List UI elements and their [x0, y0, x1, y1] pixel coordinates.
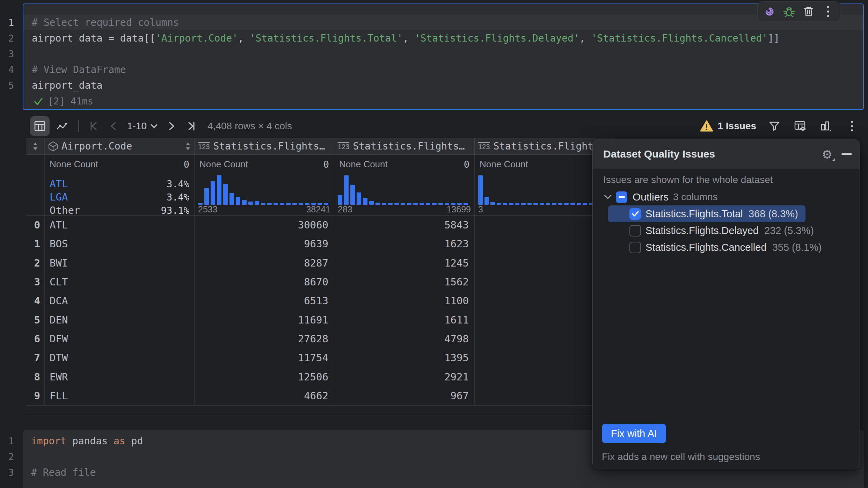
- cell-flights-delayed[interactable]: 4798: [334, 329, 475, 348]
- histogram-bar: [211, 181, 215, 205]
- ai-assistant-icon[interactable]: [762, 4, 777, 19]
- column-header-airport-code[interactable]: Airport.Code: [45, 138, 195, 154]
- cell-flights-total[interactable]: 30060: [195, 216, 334, 234]
- cell-flights-total[interactable]: 11754: [195, 348, 334, 367]
- unchecked-checkbox[interactable]: [629, 242, 641, 253]
- histogram-bar: [223, 184, 228, 205]
- table-view-icon[interactable]: [30, 116, 50, 136]
- table-body: 0ATL3006058431BOS963916232BWI828712453CL…: [26, 216, 614, 405]
- index-column-header[interactable]: [26, 138, 45, 154]
- debug-bug-icon[interactable]: [781, 4, 797, 19]
- histogram-max-label: 13699: [446, 204, 471, 214]
- column-header-flights-delayed[interactable]: 123 Statistics.Flights…: [334, 138, 475, 154]
- row-index[interactable]: 8: [26, 367, 45, 386]
- more-kebab-icon[interactable]: [820, 4, 836, 19]
- next-page-icon[interactable]: [163, 116, 180, 136]
- code-token: # Read file: [31, 467, 96, 478]
- value-link[interactable]: LGA: [50, 191, 68, 203]
- cell-flights-delayed[interactable]: 1245: [334, 254, 475, 272]
- cell-flights-total[interactable]: 8287: [195, 254, 334, 272]
- histogram-flights-total: [198, 174, 331, 205]
- indeterminate-checkbox[interactable]: [616, 191, 627, 203]
- cell-flights-total[interactable]: 6513: [195, 291, 334, 310]
- code-token: airport_data: [32, 80, 102, 91]
- issues-badge[interactable]: 1 Issues: [700, 120, 756, 132]
- column-header-flights-total[interactable]: 123 Statistics.Flights…: [195, 138, 334, 154]
- group-count: 3 columns: [673, 191, 718, 203]
- row-index[interactable]: 7: [26, 348, 45, 367]
- page-range-label: 1-10: [127, 121, 147, 132]
- cell-flights-delayed[interactable]: 1562: [334, 272, 475, 291]
- cell-flights-total[interactable]: 9639: [195, 234, 334, 253]
- cell-flights-delayed[interactable]: 967: [334, 386, 475, 405]
- cell-airport-code[interactable]: FLL: [45, 386, 195, 405]
- cell-airport-code[interactable]: ATL: [45, 216, 195, 234]
- cell-flights-delayed[interactable]: 1623: [334, 234, 475, 253]
- cell-airport-code[interactable]: DEN: [45, 310, 195, 329]
- cell-airport-code[interactable]: BWI: [45, 254, 195, 272]
- cell-airport-code[interactable]: CLT: [45, 272, 195, 291]
- delete-trash-icon[interactable]: [801, 4, 816, 19]
- issue-item[interactable]: Statistics.Flights.Cancelled 355 (8.1%): [593, 239, 860, 256]
- issue-item[interactable]: Statistics.Flights.Delayed 232 (5.3%): [593, 222, 860, 239]
- first-page-icon[interactable]: [85, 116, 102, 136]
- cell-flights-delayed[interactable]: 5843: [334, 216, 475, 234]
- filter-icon[interactable]: [767, 118, 782, 134]
- cell-flights-total[interactable]: 27628: [195, 329, 334, 348]
- gear-settings-icon[interactable]: ⚙: [820, 147, 834, 162]
- outliers-group-row[interactable]: Outliers 3 columns: [593, 188, 860, 206]
- histogram-flights-delayed: [338, 174, 472, 205]
- histogram-bar: [363, 198, 367, 205]
- cell-flights-total[interactable]: 12506: [195, 367, 334, 386]
- chevron-down-icon: [150, 124, 158, 129]
- table-settings-icon[interactable]: [793, 118, 808, 134]
- minimize-icon[interactable]: [841, 153, 852, 155]
- cell-airport-code[interactable]: BOS: [45, 234, 195, 253]
- row-index[interactable]: 3: [26, 272, 45, 291]
- cell-airport-code[interactable]: DFW: [45, 329, 195, 348]
- value-link[interactable]: ATL: [50, 178, 68, 190]
- checked-checkbox[interactable]: [629, 208, 641, 220]
- row-index[interactable]: 1: [26, 234, 45, 253]
- chart-view-icon[interactable]: [52, 116, 72, 136]
- cell1-code[interactable]: # Select required columnsairport_data = …: [23, 15, 863, 93]
- code-line[interactable]: airport_data = data[['Airport.Code', 'St…: [23, 30, 863, 46]
- row-index[interactable]: 2: [26, 254, 45, 272]
- sort-icon[interactable]: [185, 142, 191, 151]
- cell-flights-delayed[interactable]: 1395: [334, 348, 475, 367]
- code-line[interactable]: # Select required columns: [23, 15, 863, 30]
- sort-icon: [32, 142, 38, 151]
- cell-flights-delayed[interactable]: 2921: [334, 367, 475, 386]
- code-line[interactable]: [23, 46, 863, 62]
- last-page-icon[interactable]: [183, 116, 200, 136]
- code-token: ]]: [768, 32, 780, 44]
- issue-item[interactable]: Statistics.Flights.Total 368 (8.3%): [593, 205, 860, 222]
- row-index[interactable]: 0: [26, 216, 45, 234]
- code-cell-selected[interactable]: # Select required columnsairport_data = …: [23, 3, 864, 110]
- cell-flights-delayed[interactable]: 1611: [334, 310, 475, 329]
- code-token: pandas: [66, 435, 114, 447]
- cell-airport-code[interactable]: DCA: [45, 291, 195, 310]
- column-chart-icon[interactable]: [818, 118, 834, 134]
- object-type-icon: [48, 141, 58, 152]
- page-range-dropdown[interactable]: 1-10: [124, 121, 161, 132]
- fix-with-ai-button[interactable]: Fix with AI: [602, 424, 666, 443]
- row-index[interactable]: 4: [26, 291, 45, 310]
- code-line[interactable]: # View DataFrame: [23, 62, 863, 78]
- code-line[interactable]: airport_data: [23, 78, 863, 93]
- row-index[interactable]: 9: [26, 386, 45, 405]
- cell-airport-code[interactable]: EWR: [45, 367, 195, 386]
- row-index[interactable]: 6: [26, 329, 45, 348]
- cell-flights-delayed[interactable]: 1100: [334, 291, 475, 310]
- more-kebab-icon[interactable]: [844, 118, 860, 134]
- cell-flights-total[interactable]: 4662: [195, 386, 334, 405]
- unchecked-checkbox[interactable]: [629, 225, 641, 236]
- cell-airport-code[interactable]: DTW: [45, 348, 195, 367]
- chevron-down-icon[interactable]: [603, 194, 614, 200]
- line-number: 4: [0, 62, 23, 78]
- cell-flights-total[interactable]: 11691: [195, 310, 334, 329]
- row-index[interactable]: 5: [26, 310, 45, 329]
- histogram-bar: [478, 175, 483, 205]
- prev-page-icon[interactable]: [105, 116, 122, 136]
- cell-flights-total[interactable]: 8670: [195, 272, 334, 291]
